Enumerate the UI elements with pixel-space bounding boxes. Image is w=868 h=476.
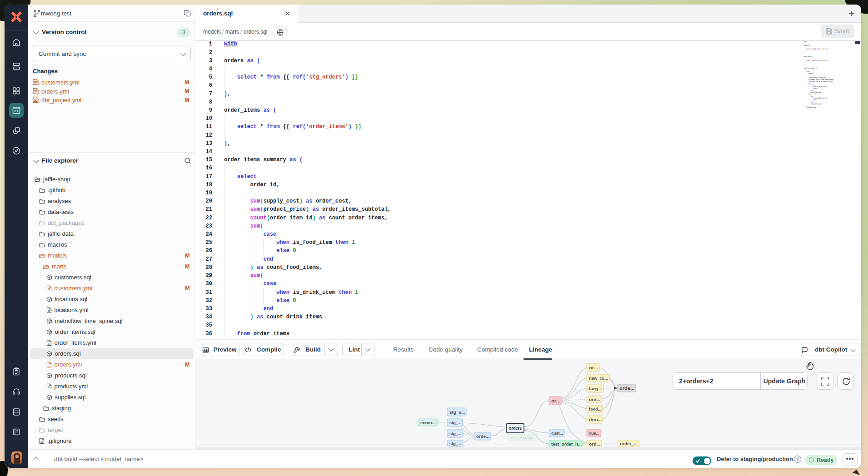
svg-text:orde...: orde... [476,434,489,439]
svg-text:ord...: ord... [589,441,600,446]
svg-text:stg_...: stg_... [449,441,461,446]
svg-text:or...: or... [551,398,560,403]
svg-text:cust...: cust... [551,431,563,436]
svg-text:ecom....: ecom.... [420,420,437,425]
svg-text:orders: orders [509,425,522,431]
svg-text:drin...: drin... [589,417,602,422]
svg-text:ord...: ord... [589,397,600,402]
svg-text:stg_...: stg_... [449,420,461,425]
svg-text:food...: food... [589,407,601,412]
svg-text:or...: or... [589,365,598,370]
svg-text:stg_o...: stg_o... [449,410,465,415]
svg-text:test_order_it...: test_order_it... [551,441,582,446]
svg-text:new_cu...: new_cu... [589,376,608,381]
svg-text:stg_...: stg_... [449,431,461,436]
svg-text:larg...: larg... [589,386,602,391]
svg-text:orde...: orde... [619,386,634,391]
svg-text:order_...: order_... [620,441,638,446]
svg-text:cus...: cus... [589,431,599,436]
svg-text:test_supply...: test_supply... [509,436,535,440]
